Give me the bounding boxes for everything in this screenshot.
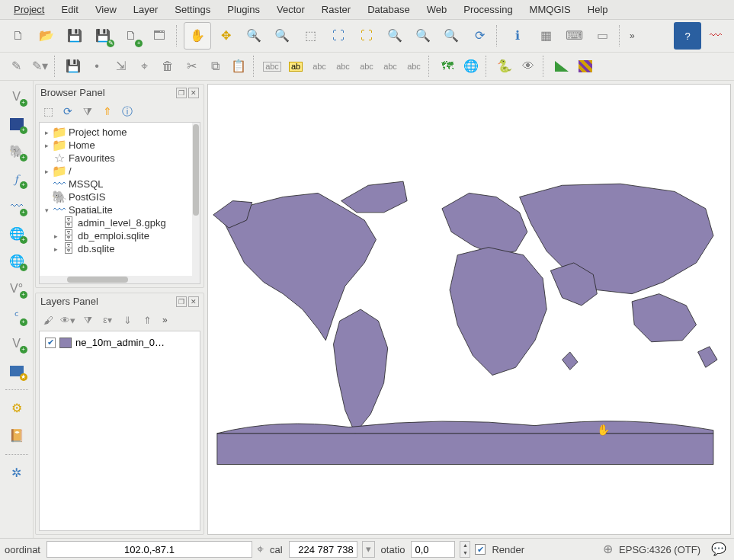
open-attr-table-button[interactable]: ▦ <box>532 22 559 50</box>
menu-raster[interactable]: Raster <box>314 2 358 18</box>
python-console-button[interactable]: 🐍 <box>493 55 516 78</box>
zoom-next-button[interactable]: 🔍 <box>438 22 465 50</box>
pan-button[interactable]: ✋ <box>184 22 211 50</box>
layers-style-icon[interactable]: 🖌 <box>40 312 56 328</box>
coord-input[interactable] <box>46 541 252 558</box>
browser-item[interactable]: ▸📁Home <box>41 139 198 152</box>
copy-button[interactable]: ⧉ <box>204 55 226 78</box>
identify-button[interactable]: ℹ <box>504 22 531 50</box>
add-delimited-layer-button[interactable]: ᶜ+ <box>5 305 29 328</box>
toolbar1-overflow-icon[interactable]: » <box>627 30 638 41</box>
layers-tree[interactable]: ✔ ne_10m_admin_0… <box>39 331 200 531</box>
refresh-button[interactable]: ⟳ <box>466 22 493 50</box>
menu-project[interactable]: Project <box>6 2 52 18</box>
zoom-full-button[interactable]: ⛶ <box>325 22 352 50</box>
add-virtual-layer-button[interactable]: V+ <box>5 332 29 355</box>
browser-tree[interactable]: ▸📁Project home▸📁Home☆Favourites▸📁/〰MSSQL… <box>39 122 200 284</box>
label-tool-6-button[interactable]: abc <box>379 55 402 78</box>
tree-expander-icon[interactable]: ▸ <box>43 168 50 175</box>
new-shapefile-button[interactable]: ★ <box>5 360 29 382</box>
node-tool-button[interactable]: ⌖ <box>133 55 155 78</box>
menu-help[interactable]: Help <box>580 2 616 18</box>
layers-undock-icon[interactable]: ❐ <box>176 296 187 307</box>
paste-button[interactable]: 📋 <box>227 55 250 78</box>
tree-expander-icon[interactable]: ▸ <box>52 245 59 253</box>
save-edits-button[interactable]: 💾 <box>62 55 85 78</box>
osm-download-button[interactable]: 🗺 <box>436 55 459 78</box>
georeferencer-button[interactable]: ✲ <box>5 462 29 485</box>
label-tool-4-button[interactable]: abc <box>332 55 354 78</box>
menu-vector[interactable]: Vector <box>269 2 313 18</box>
add-postgis-layer-button[interactable]: 🐘+ <box>5 140 29 163</box>
browser-scrollbar[interactable] <box>192 123 200 283</box>
current-edits-button[interactable]: ✎▾ <box>28 55 51 78</box>
label-tool-7-button[interactable]: abc <box>402 55 425 78</box>
toggle-extents-icon[interactable]: ⌖ <box>257 543 264 555</box>
move-feature-button[interactable]: ⇲ <box>109 55 132 78</box>
messages-icon[interactable]: 💬 <box>711 543 726 555</box>
tree-expander-icon[interactable]: ▸ <box>43 129 50 136</box>
scale-input[interactable] <box>289 541 357 558</box>
tree-expander-icon[interactable]: ▸ <box>43 142 50 149</box>
processing-toolbox-button[interactable]: ⚙ <box>5 397 29 420</box>
raster-misc-button[interactable] <box>574 55 597 78</box>
layers-filter-icon[interactable]: ⧩ <box>80 312 95 328</box>
browser-item[interactable]: ▸📁Project home <box>41 126 198 139</box>
style-manager-button[interactable]: 📔 <box>5 424 29 447</box>
zoom-out-button[interactable]: 🔍− <box>268 22 296 50</box>
browser-undock-icon[interactable]: ❐ <box>176 88 187 98</box>
label-tool-2-button[interactable]: ab <box>284 55 307 78</box>
menu-web[interactable]: Web <box>419 2 455 18</box>
browser-item[interactable]: 🐘PostGIS <box>41 190 198 203</box>
new-print-composer-button[interactable]: 🗋+ <box>117 22 145 50</box>
layer-visible-checkbox[interactable]: ✔ <box>45 338 56 348</box>
layers-expression-icon[interactable]: ε▾ <box>100 312 115 328</box>
menu-mmqgis[interactable]: MMQGIS <box>522 2 579 18</box>
map-canvas[interactable]: ✋ <box>207 84 731 535</box>
cut-button[interactable]: ✂ <box>180 55 203 78</box>
browser-collapse-icon[interactable]: ⇑ <box>100 104 115 119</box>
browser-refresh-icon[interactable]: ⟳ <box>60 104 75 119</box>
scale-dropdown-icon[interactable]: ▾ <box>362 541 375 558</box>
browser-add-layer-icon[interactable]: ⬚ <box>40 104 56 119</box>
browser-item[interactable]: ▸🗄db_emploi.sqlite <box>41 229 198 242</box>
menu-layer[interactable]: Layer <box>126 2 166 18</box>
menu-view[interactable]: View <box>88 2 124 18</box>
zoom-native-button[interactable]: ⬚ <box>296 22 324 50</box>
menu-database[interactable]: Database <box>360 2 418 18</box>
crs-icon[interactable]: ⊕ <box>603 543 613 555</box>
tree-expander-icon[interactable]: ▸ <box>52 232 59 240</box>
label-tool-3-button[interactable]: abc <box>308 55 331 78</box>
zoom-in-button[interactable]: 🔍+ <box>240 22 268 50</box>
browser-item[interactable]: ☆Favourites <box>41 152 198 165</box>
label-tool-5-button[interactable]: abc <box>355 55 378 78</box>
new-project-button[interactable]: 🗋 <box>5 22 32 50</box>
browser-item[interactable]: 🗄admin_level_8.gpkg <box>41 216 198 229</box>
layers-visibility-icon[interactable]: 👁▾ <box>60 312 75 328</box>
menu-settings[interactable]: Settings <box>167 2 218 18</box>
layers-overflow-icon[interactable]: » <box>159 315 171 325</box>
eye-tool-button[interactable]: 👁 <box>517 55 540 78</box>
add-raster-layer-button[interactable]: + <box>5 113 29 136</box>
save-as-button[interactable]: 💾✎ <box>89 22 117 50</box>
label-tool-1-button[interactable]: abc <box>261 55 284 78</box>
add-wms-layer-button[interactable]: 🌐+ <box>5 222 29 245</box>
add-vector-layer-button[interactable]: V+ <box>5 85 29 108</box>
field-calc-button[interactable]: ⌨ <box>560 22 588 50</box>
add-mssql-layer-button[interactable]: 〰+ <box>5 195 29 218</box>
tree-expander-icon[interactable]: ▾ <box>43 206 50 214</box>
add-wcs-layer-button[interactable]: 🌐+ <box>5 250 29 273</box>
zoom-last-button[interactable]: 🔍 <box>409 22 437 50</box>
pan-to-selection-button[interactable]: ✥ <box>212 22 239 50</box>
save-project-button[interactable]: 💾 <box>61 22 88 50</box>
add-feature-button[interactable]: • <box>85 55 108 78</box>
browser-close-icon[interactable]: ✕ <box>188 88 199 98</box>
rotation-spinner[interactable]: ▲▼ <box>460 541 470 558</box>
select-rect-button[interactable]: ▭ <box>588 22 616 50</box>
menu-processing[interactable]: Processing <box>456 2 520 18</box>
browser-item[interactable]: ▸📁/ <box>41 165 198 178</box>
osm-browser-button[interactable]: 🌐 <box>460 55 482 78</box>
browser-filter-icon[interactable]: ⧩ <box>80 104 95 119</box>
browser-item[interactable]: ▸🗄db.sqlite <box>41 242 198 255</box>
composer-manager-button[interactable]: 🗔 <box>146 22 173 50</box>
